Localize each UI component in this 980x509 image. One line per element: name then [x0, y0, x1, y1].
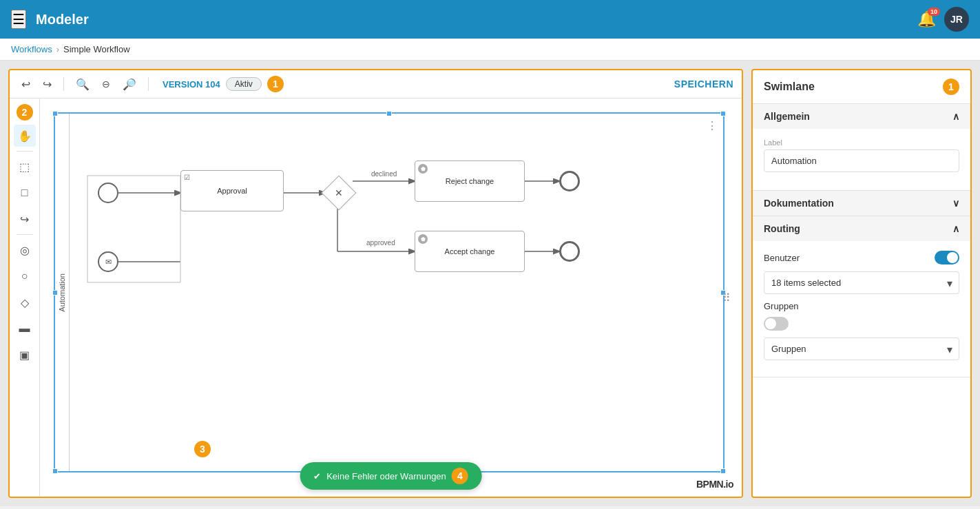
accept-task-icon: ⬟	[418, 234, 428, 244]
tool-separator-2	[17, 234, 33, 235]
canvas-container: 2 ✋ ⬚ □ ↪ ◎ ○ ◇ ▬ ▣	[10, 98, 742, 497]
grid-toggle[interactable]: ⠿	[722, 291, 731, 304]
approval-task-label: Approval	[217, 187, 247, 195]
approval-task[interactable]: ☑ Approval	[180, 170, 284, 211]
header-icons: 🔔 10 JR	[917, 7, 969, 32]
app-title: Modeler	[36, 12, 917, 28]
task-check-icon: ☑	[184, 174, 190, 181]
breadcrumb-separator: ›	[56, 44, 59, 54]
bpmn-connections	[70, 114, 723, 471]
modeler-toolbar: ↩ ↪ 🔍 ⊖ 🔎 VERSION 104 Aktiv 1 SPEICHERN	[10, 70, 742, 98]
connection-tool[interactable]: ↪	[14, 208, 36, 230]
bpmn-canvas[interactable]: Automation ⋮	[40, 98, 742, 497]
bpmn-elements: ✉ ☑ Approval ✕ declined approved	[70, 114, 723, 471]
notification-button[interactable]: 🔔 10	[917, 10, 936, 28]
routing-section: Routing ∧ Benutzer 18 items selected Gru…	[753, 216, 970, 377]
gruppen-toggle[interactable]	[764, 317, 789, 331]
label-field-label: Label	[764, 138, 959, 147]
right-panel-header: Swimlane 1	[753, 70, 970, 104]
dokumentation-section: Dokumentation ∨	[753, 191, 970, 216]
end-event-2[interactable]	[559, 241, 580, 262]
reject-task-icon: ⬟	[418, 164, 428, 174]
menu-button[interactable]: ☰	[11, 10, 26, 29]
status-bar: ✔ Keine Fehler oder Warnungen 4	[300, 462, 482, 490]
task-tool[interactable]: □	[14, 182, 36, 204]
routing-label: Routing	[764, 223, 800, 234]
allgemein-section-body: Label	[753, 129, 970, 190]
toolbar-separator-1	[63, 77, 64, 91]
step-badge-2: 2	[17, 104, 33, 121]
declined-label: declined	[371, 170, 397, 178]
hand-tool[interactable]: ✋	[14, 125, 36, 147]
toolbar-separator-2	[148, 77, 149, 91]
breadcrumb-current: Simple Workflow	[63, 44, 130, 54]
right-panel-badge: 1	[943, 79, 959, 95]
left-tools: 2 ✋ ⬚ □ ↪ ◎ ○ ◇ ▬ ▣	[10, 98, 40, 497]
allgemein-section: Allgemein ∧ Label	[753, 104, 970, 191]
right-panel-body: Allgemein ∧ Label Dokumentation ∨	[753, 104, 970, 497]
dokumentation-label: Dokumentation	[764, 198, 834, 209]
benutzer-row: Benutzer	[764, 251, 959, 264]
status-text: Keine Fehler oder Warnungen	[326, 471, 446, 481]
reject-task[interactable]: ⬟ Reject change	[415, 160, 525, 202]
bpmn-io-text: BPMN.io	[696, 479, 733, 490]
step-badge-3: 3	[194, 441, 211, 457]
redo-button[interactable]: ↪	[39, 76, 55, 92]
allgemein-chevron: ∧	[952, 111, 959, 122]
step-badge-1: 1	[267, 76, 284, 92]
zoom-out-button[interactable]: ⊖	[98, 77, 114, 91]
version-label: VERSION 104	[163, 79, 220, 90]
zoom-fit-button[interactable]: 🔎	[119, 76, 140, 92]
label-field-group: Label	[764, 138, 959, 172]
gruppen-wrapper: Gruppen	[764, 337, 959, 360]
zoom-in-button[interactable]: 🔍	[72, 76, 93, 92]
allgemein-label: Allgemein	[764, 111, 810, 122]
start-event-2[interactable]: ✉	[98, 251, 118, 272]
notification-badge: 10	[928, 8, 940, 16]
routing-chevron: ∧	[952, 223, 959, 234]
save-button[interactable]: SPEICHERN	[674, 79, 733, 90]
tool-separator	[17, 151, 33, 152]
benutzer-label: Benutzer	[764, 253, 800, 263]
gateway-tool[interactable]: ◇	[14, 291, 36, 313]
step-badge-4: 4	[452, 468, 468, 484]
items-selected-select[interactable]: 18 items selected	[764, 271, 959, 294]
header: ☰ Modeler 🔔 10 JR	[0, 0, 980, 39]
breadcrumb-parent[interactable]: Workflows	[11, 44, 52, 54]
accept-task-label: Accept change	[445, 247, 495, 256]
accept-task[interactable]: ⬟ Accept change	[415, 231, 525, 272]
allgemein-section-header[interactable]: Allgemein ∧	[753, 104, 970, 129]
breadcrumb: Workflows › Simple Workflow	[0, 39, 980, 61]
routing-section-header[interactable]: Routing ∧	[753, 216, 970, 241]
swimlane-label: Automation	[54, 114, 70, 471]
main-content: ↩ ↪ 🔍 ⊖ 🔎 VERSION 104 Aktiv 1 SPEICHERN …	[0, 61, 980, 506]
reject-task-label: Reject change	[446, 177, 494, 185]
benutzer-toggle[interactable]	[935, 251, 959, 264]
subprocess-tool[interactable]: ◎	[14, 239, 36, 261]
event-tool[interactable]: ○	[14, 265, 36, 287]
status-badge: Aktiv	[226, 77, 262, 91]
bpmn-io-logo: BPMN.io	[696, 479, 733, 490]
dokumentation-section-header[interactable]: Dokumentation ∨	[753, 191, 970, 216]
start-event-1[interactable]	[98, 183, 118, 203]
data-tool[interactable]: ▬	[14, 318, 36, 340]
swimlane-label-text: Automation	[58, 273, 66, 312]
end-event-1[interactable]	[559, 171, 580, 191]
gruppen-label: Gruppen	[764, 301, 959, 311]
approved-label: approved	[366, 239, 395, 247]
lasso-tool[interactable]: ⬚	[14, 156, 36, 178]
gruppen-select[interactable]: Gruppen	[764, 337, 959, 360]
routing-section-body: Benutzer 18 items selected Gruppen	[753, 241, 970, 377]
dokumentation-chevron: ∨	[952, 198, 959, 209]
right-panel: Swimlane 1 Allgemein ∧ Label	[751, 69, 972, 498]
gateway-x-icon: ✕	[333, 187, 345, 199]
pool-tool[interactable]: ▣	[14, 344, 36, 366]
gruppen-toggle-row	[764, 317, 959, 331]
avatar[interactable]: JR	[944, 7, 969, 32]
right-panel-title: Swimlane	[764, 81, 815, 93]
modeler-panel: ↩ ↪ 🔍 ⊖ 🔎 VERSION 104 Aktiv 1 SPEICHERN …	[8, 69, 743, 498]
label-input[interactable]	[764, 149, 959, 172]
check-icon: ✔	[313, 471, 321, 481]
undo-button[interactable]: ↩	[18, 76, 34, 92]
swimlane-container: Automation ⋮	[54, 112, 724, 472]
